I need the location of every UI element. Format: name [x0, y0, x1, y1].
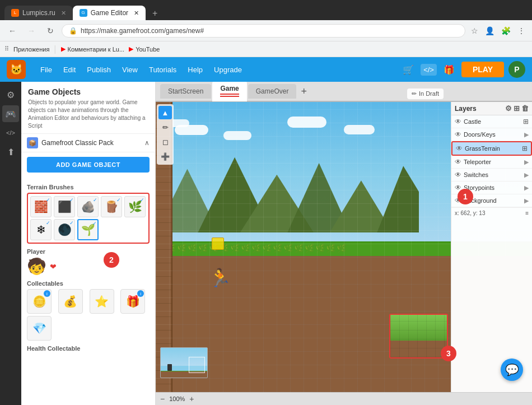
code-icon[interactable]: </>: [421, 64, 437, 76]
layer-eye-switches[interactable]: 👁: [455, 171, 461, 179]
pack-name: Gamefroot Classic Pack: [41, 139, 141, 147]
game-canvas[interactable]: 🌿 🌿 🌿 🌿 🌿 🌿 🌿 🌿 🌿 🌿 🌿 🌿 🌿 🌿 🌿 🌿: [156, 102, 532, 392]
address-bar[interactable]: 🔒 https://make.gamefroot.com/games/new#: [62, 24, 465, 38]
coords-display: x: 662, y: 13 ≡: [451, 207, 532, 218]
bush-4: 🌿: [188, 244, 197, 253]
terrain-cell-4[interactable]: 🪵 ✓: [101, 196, 122, 217]
cart-icon[interactable]: 🛒: [400, 62, 416, 77]
badge-2: 2: [104, 252, 119, 268]
menu-upgrade[interactable]: Upgrade: [208, 62, 248, 77]
profile-icon[interactable]: 👤: [483, 24, 497, 38]
coin-icon: 🪙: [32, 295, 46, 308]
refresh-button[interactable]: ↻: [43, 23, 58, 39]
terrain-cell-5[interactable]: 🌿 ✓: [124, 196, 146, 217]
chat-button[interactable]: 💬: [501, 359, 523, 381]
layer-eye-grassterrain[interactable]: 👁: [456, 145, 463, 152]
add-tab-button[interactable]: +: [297, 86, 310, 96]
gift-icon[interactable]: 🎁: [441, 62, 457, 77]
add-game-object-button[interactable]: ADD GAME OBJECT: [27, 157, 150, 173]
terrain-cell-3[interactable]: 🪨 ✓: [77, 196, 99, 217]
terrain-cell-6[interactable]: ❄ ✓: [30, 219, 52, 240]
collectable-gift[interactable]: 🎁 i: [120, 289, 145, 314]
collectables-section-label: Collectables: [27, 280, 150, 287]
bag-icon: 💰: [63, 295, 77, 308]
address-text: https://make.gamefroot.com/games/new#: [81, 27, 458, 35]
layer-name-grassterrain: GrassTerrain: [465, 145, 520, 152]
objects-icon[interactable]: 🎮: [2, 105, 19, 122]
tab-startscreen[interactable]: StartScreen: [160, 84, 211, 99]
tab-lumpics-close[interactable]: ✕: [61, 10, 66, 17]
zoom-out-button[interactable]: −: [160, 394, 165, 403]
settings-icon[interactable]: ⚙: [2, 86, 19, 103]
comments-favicon: ▶: [61, 45, 66, 53]
menu-publish[interactable]: Publish: [81, 62, 116, 77]
add-tool[interactable]: ➕: [158, 150, 172, 163]
layer-switches[interactable]: 👁 Switches ▶: [451, 169, 532, 181]
collectable-bag[interactable]: 💰: [58, 289, 83, 314]
layers-settings-icon[interactable]: ⚙: [505, 104, 512, 113]
tab-bar: L Lumpics.ru ✕ G Game Editor ✕ +: [0, 0, 532, 20]
svg-marker-5: [377, 166, 419, 232]
layer-eye-castle[interactable]: 👁: [455, 118, 461, 125]
play-button[interactable]: PLAY: [461, 62, 504, 77]
menu-view[interactable]: View: [116, 62, 143, 77]
coords-menu-icon[interactable]: ≡: [525, 210, 529, 216]
terrain-check-2: ✓: [69, 197, 74, 203]
back-button[interactable]: ←: [4, 23, 20, 39]
player-item[interactable]: 🧒 ❤: [27, 257, 150, 276]
terrain-check-6: ✓: [46, 220, 50, 226]
pack-header[interactable]: 📦 Gamefroot Classic Pack ∧: [27, 137, 150, 148]
menu-tutorials[interactable]: Tutorials: [143, 62, 182, 77]
apps-icon[interactable]: ⠿: [4, 45, 9, 53]
extension-icon[interactable]: 🧩: [499, 24, 513, 38]
new-tab-button[interactable]: +: [148, 7, 162, 20]
draft-badge: ✏ In Draft: [407, 89, 444, 99]
menu-help[interactable]: Help: [182, 62, 208, 77]
code2-icon[interactable]: </>: [2, 124, 19, 141]
layer-arrow-storypoints: ▶: [524, 184, 529, 192]
terrain-cell-8[interactable]: 🌱 ✓: [77, 219, 99, 240]
zoom-in-button[interactable]: +: [189, 394, 194, 403]
bookmark-star-icon[interactable]: ☆: [469, 24, 480, 38]
forward-button[interactable]: →: [24, 23, 39, 39]
collectable-star[interactable]: ⭐: [90, 289, 114, 314]
more-icon[interactable]: ⋮: [515, 24, 528, 38]
layer-castle[interactable]: 👁 Castle ⊞: [451, 115, 532, 128]
layer-name-doorskeys: Doors/Keys: [464, 131, 522, 138]
gem-icon: 💎: [32, 322, 46, 335]
bookmark-youtube[interactable]: ▶ YouTube: [129, 45, 160, 53]
user-avatar[interactable]: P: [508, 61, 525, 78]
bush-17: 🌿: [326, 244, 335, 253]
layer-doorskeys[interactable]: 👁 Doors/Keys ▶: [451, 128, 532, 141]
bookmark-comments[interactable]: ▶ Комментарии к Lu...: [61, 45, 125, 53]
bush-10: 🌿: [251, 244, 261, 253]
layer-teleporter[interactable]: 👁 Teleporter ▶: [451, 156, 532, 169]
terrain-cell-7[interactable]: 🌑 ✓: [54, 219, 75, 240]
layer-eye-doorskeys[interactable]: 👁: [455, 131, 461, 138]
draw-tool[interactable]: ✏: [158, 120, 172, 134]
layers-grid-icon[interactable]: ⊞: [514, 104, 520, 113]
terrain-check-5: ✓: [140, 197, 144, 203]
layer-grid-grassterrain[interactable]: ⊞: [522, 145, 528, 152]
bookmark-apps[interactable]: Приложения: [13, 46, 49, 53]
layer-grassterrain[interactable]: 👁 GrassTerrain ⊞: [451, 141, 532, 156]
platform-preview: [389, 314, 448, 359]
player-section-label: Player: [27, 248, 150, 255]
layers-delete-icon[interactable]: 🗑: [521, 104, 529, 113]
collectable-coin[interactable]: 🪙 i: [27, 289, 52, 314]
select-tool[interactable]: ▲: [158, 106, 172, 119]
menu-file[interactable]: File: [35, 62, 58, 77]
terrain-cell-1[interactable]: 🧱 ✓: [30, 196, 52, 217]
tab-game[interactable]: Game: [212, 82, 246, 101]
collectable-gem[interactable]: 💎: [27, 316, 52, 341]
tab-gameeditor-close[interactable]: ✕: [134, 10, 139, 17]
layer-grid-castle[interactable]: ⊞: [523, 118, 529, 125]
tab-lumpics[interactable]: L Lumpics.ru ✕: [4, 6, 73, 20]
menu-edit[interactable]: Edit: [58, 62, 81, 77]
tab-gameover[interactable]: GameOver: [248, 84, 297, 99]
terrain-cell-2[interactable]: ⬛ ✓: [54, 196, 75, 217]
upload-icon[interactable]: ⬆: [2, 143, 19, 160]
tab-gameeditor[interactable]: G Game Editor ✕: [73, 6, 146, 20]
layer-eye-teleporter[interactable]: 👁: [455, 158, 461, 166]
erase-tool[interactable]: ◻: [158, 135, 172, 148]
